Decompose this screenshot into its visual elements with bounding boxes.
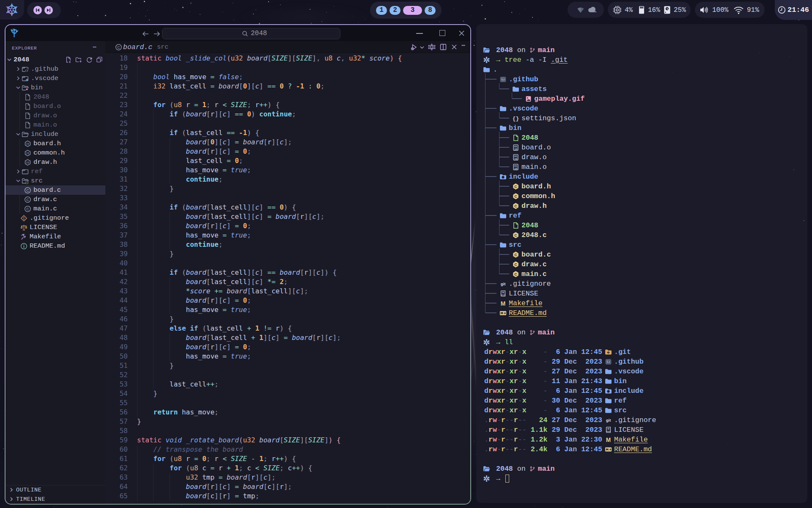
svg-text:C: C	[26, 206, 29, 211]
svg-text:C: C	[26, 197, 29, 202]
svg-text:(): ()	[25, 181, 28, 184]
svg-text:C: C	[26, 188, 29, 192]
svg-text:H: H	[26, 141, 29, 146]
svg-text:C: C	[117, 45, 120, 50]
svg-text:H: H	[26, 160, 29, 164]
svg-text:H: H	[26, 151, 29, 155]
